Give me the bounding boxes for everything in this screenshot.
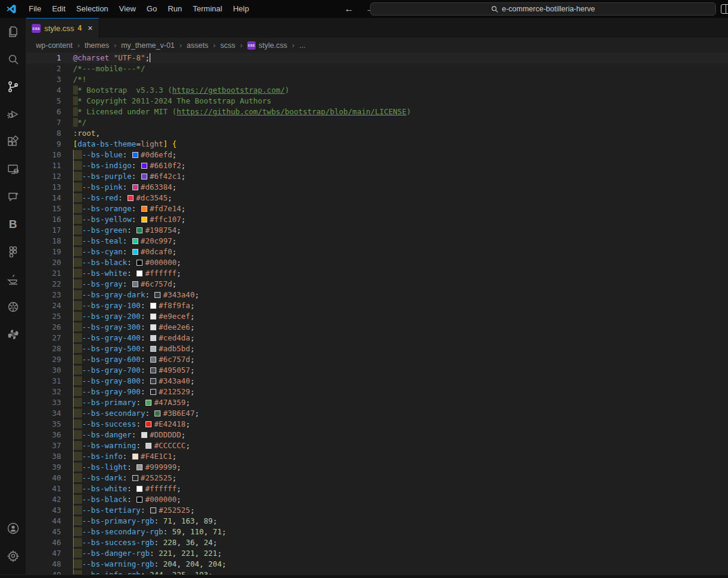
code-line-12[interactable]: 12 --bs-purple: #6f42c1; [26, 171, 728, 182]
code-line-45[interactable]: 45 --bs-secondary-rgb: 59, 110, 71; [26, 527, 728, 537]
color-swatch[interactable] [136, 497, 142, 503]
color-swatch[interactable] [154, 410, 160, 416]
bootstrap-intellisense-icon[interactable]: B [0, 211, 26, 238]
code-line-19[interactable]: 19 --bs-cyan: #0dcaf0; [26, 247, 728, 257]
code-line-5[interactable]: 5 * Copyright 2011-2024 The Bootstrap Au… [26, 96, 728, 107]
code-line-18[interactable]: 18 --bs-teal: #20c997; [26, 236, 728, 247]
color-swatch[interactable] [150, 378, 156, 384]
code-line-6[interactable]: 6 * Licensed under MIT (https://github.c… [26, 107, 728, 117]
code-line-39[interactable]: 39 --bs-light: #999999; [26, 462, 728, 473]
code-line-4[interactable]: 4 * Bootstrap v5.3.3 (https://getbootstr… [26, 85, 728, 96]
breadcrumb-item[interactable]: scss [220, 41, 236, 50]
openai-chatgpt-icon[interactable] [0, 293, 26, 321]
menu-run[interactable]: Run [162, 2, 187, 16]
code-line-31[interactable]: 31 --bs-gray-800: #343a40; [26, 376, 728, 387]
code-line-16[interactable]: 16 --bs-yellow: #ffc107; [26, 214, 728, 225]
color-swatch[interactable] [136, 464, 142, 470]
command-center-search[interactable]: e-commerce-botilleria-herve [370, 2, 716, 16]
code-line-14[interactable]: 14 --bs-red: #dc3545; [26, 193, 728, 203]
breadcrumb-item[interactable]: assets [186, 41, 209, 50]
explorer-icon[interactable] [0, 18, 26, 45]
code-line-29[interactable]: 29 --bs-gray-600: #6c757d; [26, 354, 728, 365]
tab-close-icon[interactable]: × [88, 24, 93, 32]
color-swatch[interactable] [145, 443, 151, 449]
color-swatch[interactable] [136, 486, 142, 492]
color-swatch[interactable] [132, 152, 138, 158]
color-swatch[interactable] [132, 281, 138, 287]
color-swatch[interactable] [141, 174, 147, 180]
code-line-15[interactable]: 15 --bs-orange: #fd7e14; [26, 203, 728, 214]
menu-file[interactable]: File [23, 2, 47, 16]
color-swatch[interactable] [136, 227, 142, 233]
run-and-debug-icon[interactable] [0, 101, 26, 128]
code-line-38[interactable]: 38 --bs-info: #F4E1C1; [26, 451, 728, 462]
settings-gear-icon[interactable] [0, 542, 26, 570]
menu-terminal[interactable]: Terminal [187, 2, 228, 16]
code-line-35[interactable]: 35 --bs-success: #E42418; [26, 419, 728, 430]
code-line-44[interactable]: 44 --bs-primary-rgb: 71, 163, 89; [26, 516, 728, 527]
color-swatch[interactable] [128, 195, 134, 201]
color-swatch[interactable] [141, 206, 147, 212]
search-view-icon[interactable] [0, 45, 26, 73]
nav-back-button[interactable]: ← [342, 4, 356, 14]
color-swatch[interactable] [150, 389, 156, 395]
genie-lamp-icon[interactable] [0, 266, 26, 293]
code-line-42[interactable]: 42 --bs-black: #000000; [26, 494, 728, 505]
code-line-34[interactable]: 34 --bs-secondary: #3B6E47; [26, 408, 728, 419]
code-line-46[interactable]: 46 --bs-success-rgb: 228, 36, 24; [26, 537, 728, 548]
breadcrumb-item[interactable]: themes [84, 41, 110, 50]
color-swatch[interactable] [150, 314, 156, 320]
code-line-8[interactable]: 8:root, [26, 128, 728, 139]
code-line-23[interactable]: 23 --bs-gray-dark: #343a40; [26, 290, 728, 300]
remote-explorer-icon[interactable] [0, 156, 26, 183]
accounts-icon[interactable] [0, 515, 26, 542]
color-swatch[interactable] [150, 324, 156, 330]
color-swatch[interactable] [150, 507, 156, 513]
code-line-1[interactable]: 1@charset "UTF-8"; [26, 53, 728, 63]
menu-selection[interactable]: Selection [71, 2, 113, 16]
code-line-11[interactable]: 11 --bs-indigo: #6610f2; [26, 160, 728, 171]
color-swatch[interactable] [136, 260, 142, 266]
code-line-33[interactable]: 33 --bs-primary: #47A359; [26, 397, 728, 408]
color-swatch[interactable] [150, 303, 156, 309]
color-swatch[interactable] [141, 432, 147, 438]
code-line-36[interactable]: 36 --bs-danger: #DDDDDD; [26, 430, 728, 440]
layout-panel-icon[interactable] [721, 4, 728, 14]
color-swatch[interactable] [141, 217, 147, 223]
code-line-20[interactable]: 20 --bs-black: #000000; [26, 257, 728, 268]
code-line-2[interactable]: 2/*---mobile---*/ [26, 63, 728, 74]
code-line-25[interactable]: 25 --bs-gray-200: #e9ecef; [26, 311, 728, 322]
code-line-21[interactable]: 21 --bs-white: #ffffff; [26, 268, 728, 279]
breadcrumb-item[interactable]: my_theme_v-01 [120, 41, 175, 50]
code-line-13[interactable]: 13 --bs-pink: #d63384; [26, 182, 728, 193]
color-swatch[interactable] [145, 400, 151, 406]
tab-style-css[interactable]: css style.css 4 × [26, 18, 99, 38]
code-line-47[interactable]: 47 --bs-danger-rgb: 221, 221, 221; [26, 548, 728, 559]
code-line-24[interactable]: 24 --bs-gray-100: #f8f9fa; [26, 300, 728, 311]
code-line-48[interactable]: 48 --bs-warning-rgb: 204, 204, 204; [26, 559, 728, 570]
color-swatch[interactable] [150, 367, 156, 373]
color-swatch[interactable] [150, 357, 156, 363]
code-line-28[interactable]: 28 --bs-gray-500: #adb5bd; [26, 343, 728, 354]
color-swatch[interactable] [145, 421, 151, 427]
menu-edit[interactable]: Edit [47, 2, 71, 16]
figma-icon[interactable] [0, 238, 26, 266]
color-swatch[interactable] [132, 475, 138, 481]
breadcrumb-item[interactable]: wp-content [35, 41, 73, 50]
code-line-3[interactable]: 3/*! [26, 74, 728, 85]
color-swatch[interactable] [141, 163, 147, 169]
color-swatch[interactable] [132, 249, 138, 255]
color-swatch[interactable] [136, 270, 142, 276]
extensions-icon[interactable] [0, 128, 26, 156]
code-line-40[interactable]: 40 --bs-dark: #252525; [26, 473, 728, 483]
menu-help[interactable]: Help [228, 2, 254, 16]
code-line-26[interactable]: 26 --bs-gray-300: #dee2e6; [26, 322, 728, 333]
color-swatch[interactable] [150, 346, 156, 352]
breadcrumb-item[interactable]: ... [299, 41, 306, 50]
menu-view[interactable]: View [114, 2, 141, 16]
color-swatch[interactable] [150, 335, 156, 341]
code-line-30[interactable]: 30 --bs-gray-700: #495057; [26, 365, 728, 376]
code-line-43[interactable]: 43 --bs-tertiary: #252525; [26, 505, 728, 516]
code-line-10[interactable]: 10 --bs-blue: #0d6efd; [26, 150, 728, 160]
color-swatch[interactable] [132, 454, 138, 460]
